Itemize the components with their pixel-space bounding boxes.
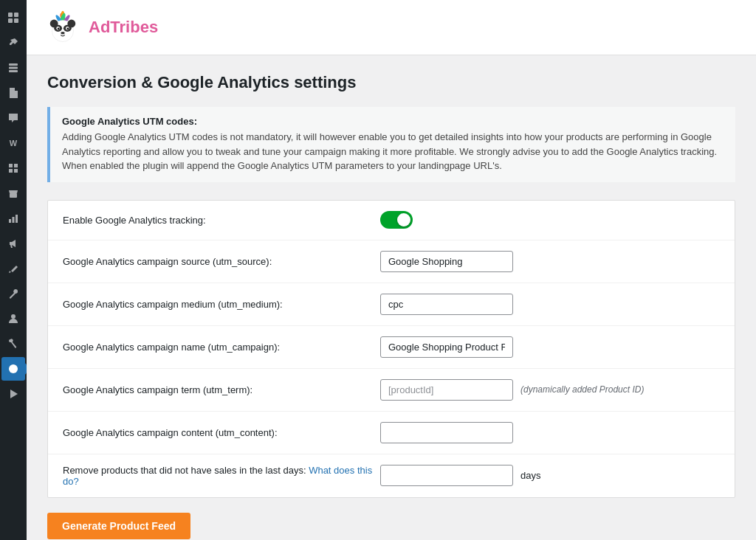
svg-marker-17 <box>10 390 18 398</box>
svg-rect-5 <box>9 67 18 69</box>
svg-rect-7 <box>9 164 13 167</box>
sidebar-icon-woo[interactable]: W <box>1 131 25 155</box>
input-utm-term[interactable] <box>380 379 513 401</box>
label-utm-medium: Google Analytics campaign medium (utm_me… <box>63 299 380 310</box>
settings-row-utm-term: Google Analytics campaign term (utm_term… <box>48 369 735 412</box>
page-title: Conversion & Google Analytics settings <box>47 73 735 92</box>
logo-image <box>44 9 81 46</box>
settings-row-utm-content: Google Analytics campaign content (utm_c… <box>48 412 735 454</box>
settings-row-remove-products: Remove products that did not have sales … <box>48 454 735 497</box>
sidebar-icon-grid[interactable] <box>1 156 25 180</box>
svg-rect-2 <box>8 18 13 23</box>
label-utm-term: Google Analytics campaign term (utm_term… <box>63 384 380 395</box>
svg-point-15 <box>11 314 16 319</box>
sidebar-icon-stack[interactable] <box>1 56 25 80</box>
sidebar-icon-dashboard[interactable] <box>1 6 25 30</box>
settings-row-utm-medium: Google Analytics campaign medium (utm_me… <box>48 283 735 326</box>
sidebar-icon-pin[interactable] <box>1 31 25 55</box>
label-remove-products: Remove products that did not have sales … <box>63 465 380 487</box>
logo-bar: AdTribes <box>27 0 756 55</box>
svg-rect-12 <box>9 219 11 223</box>
sidebar-icon-wrench[interactable] <box>1 282 25 305</box>
svg-rect-4 <box>9 63 18 66</box>
sidebar: W <box>0 0 27 540</box>
input-utm-medium[interactable] <box>380 294 513 315</box>
svg-rect-6 <box>9 70 18 72</box>
svg-rect-11 <box>10 193 17 198</box>
input-remove-products-days[interactable] <box>380 465 513 486</box>
svg-rect-10 <box>14 169 18 173</box>
utm-term-hint: (dynamically added Product ID) <box>520 384 644 395</box>
value-utm-term: (dynamically added Product ID) <box>380 379 720 401</box>
toggle-thumb <box>397 213 410 226</box>
label-utm-content: Google Analytics campaign content (utm_c… <box>63 427 380 438</box>
svg-rect-9 <box>9 169 13 173</box>
sidebar-icon-brush[interactable] <box>1 257 25 280</box>
label-enable-tracking: Enable Google Analytics tracking: <box>63 215 380 226</box>
value-utm-source <box>380 251 720 272</box>
sidebar-icon-store[interactable] <box>1 181 25 205</box>
sidebar-icon-comment[interactable] <box>1 106 25 130</box>
toggle-google-analytics[interactable] <box>380 211 413 229</box>
sidebar-icon-tools[interactable] <box>1 332 25 356</box>
days-label: days <box>520 470 540 481</box>
main-content: AdTribes Conversion & Google Analytics s… <box>27 0 756 540</box>
label-utm-campaign: Google Analytics campaign name (utm_camp… <box>63 342 380 353</box>
sidebar-icon-chart[interactable] <box>1 207 25 230</box>
settings-row-utm-campaign: Google Analytics campaign name (utm_camp… <box>48 326 735 369</box>
logo-text: AdTribes <box>89 18 158 37</box>
svg-rect-0 <box>8 13 13 17</box>
svg-rect-13 <box>13 217 15 223</box>
sidebar-icon-adtribes[interactable] <box>1 357 25 381</box>
label-utm-source: Google Analytics campaign source (utm_so… <box>63 256 380 267</box>
svg-point-16 <box>9 364 18 373</box>
settings-row-enable: Enable Google Analytics tracking: <box>48 201 735 240</box>
svg-point-32 <box>61 32 64 35</box>
sidebar-icon-page[interactable] <box>1 81 25 105</box>
generate-product-feed-button[interactable]: Generate Product Feed <box>47 513 190 539</box>
value-utm-content <box>380 422 720 443</box>
settings-table: Enable Google Analytics tracking: Google… <box>47 200 735 498</box>
svg-rect-3 <box>14 18 18 23</box>
sidebar-icon-user[interactable] <box>1 307 25 330</box>
value-utm-campaign <box>380 336 720 358</box>
info-box-text: Adding Google Analytics UTM codes is not… <box>62 130 724 173</box>
settings-row-utm-source: Google Analytics campaign source (utm_so… <box>48 240 735 283</box>
sidebar-icon-megaphone[interactable] <box>1 232 25 255</box>
svg-rect-14 <box>16 215 18 223</box>
svg-rect-1 <box>14 13 18 17</box>
input-utm-campaign[interactable] <box>380 336 513 358</box>
page-content: Conversion & Google Analytics settings G… <box>27 55 756 540</box>
sidebar-icon-play[interactable] <box>1 382 25 406</box>
input-utm-content[interactable] <box>380 422 513 443</box>
value-remove-products: days <box>380 465 720 486</box>
svg-rect-8 <box>14 164 18 167</box>
value-enable-tracking <box>380 211 720 229</box>
info-box: Google Analytics UTM codes: Adding Googl… <box>47 107 735 182</box>
svg-point-30 <box>58 27 60 30</box>
svg-point-31 <box>66 27 69 30</box>
info-box-title: Google Analytics UTM codes: <box>62 116 724 127</box>
value-utm-medium <box>380 294 720 315</box>
input-utm-source[interactable] <box>380 251 513 272</box>
